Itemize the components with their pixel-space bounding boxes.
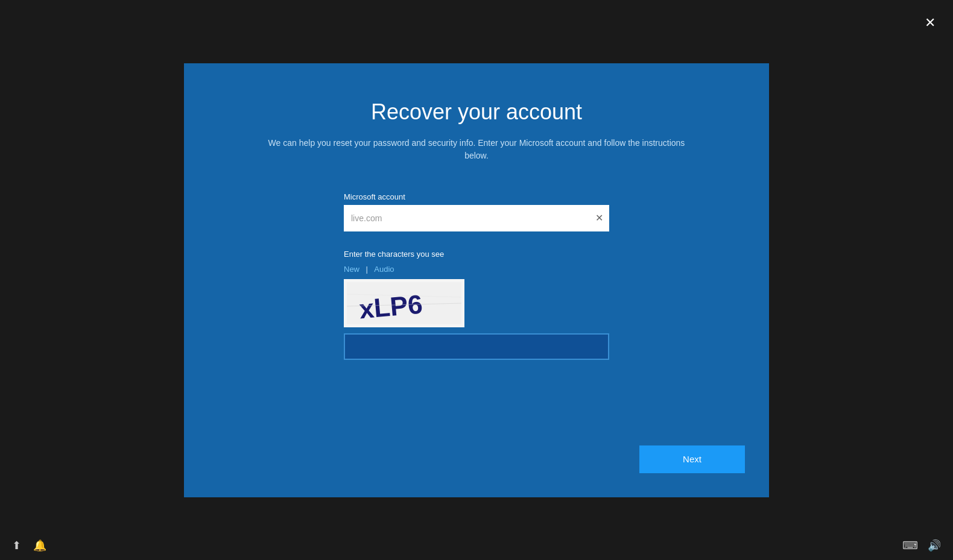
taskbar-icon-keyboard[interactable]: ⌨	[902, 539, 918, 552]
taskbar-icon-upload[interactable]: ⬆	[12, 539, 21, 552]
account-clear-button[interactable]: ✕	[595, 213, 603, 223]
dialog: Recover your account We can help you res…	[184, 63, 769, 497]
close-icon: ✕	[925, 15, 936, 31]
taskbar: ⬆ 🔔 ⌨ 🔊	[0, 531, 953, 560]
captcha-label: Enter the characters you see	[344, 250, 609, 259]
close-button[interactable]: ✕	[919, 12, 941, 34]
svg-text:xLP6: xLP6	[358, 289, 423, 324]
dialog-subtitle: We can help you reset your password and …	[265, 137, 688, 162]
captcha-section: Enter the characters you see New | Audio…	[344, 250, 609, 360]
taskbar-icon-volume[interactable]: 🔊	[928, 539, 941, 552]
account-field-section: Microsoft account ✕	[344, 192, 609, 250]
account-input[interactable]	[344, 205, 609, 231]
captcha-separator: |	[366, 265, 367, 274]
captcha-audio-link[interactable]: Audio	[374, 265, 394, 274]
account-field-label: Microsoft account	[344, 192, 609, 201]
captcha-image: xLP6	[344, 279, 464, 327]
dialog-title: Recover your account	[371, 99, 582, 125]
taskbar-left: ⬆ 🔔	[12, 539, 46, 552]
captcha-new-link[interactable]: New	[344, 265, 359, 274]
next-button[interactable]: Next	[639, 445, 745, 473]
clear-icon: ✕	[595, 213, 603, 223]
taskbar-icon-notification[interactable]: 🔔	[33, 539, 46, 552]
captcha-input[interactable]	[344, 333, 609, 360]
taskbar-right: ⌨ 🔊	[902, 539, 941, 552]
captcha-links: New | Audio	[344, 263, 609, 274]
account-input-wrapper: ✕	[344, 205, 609, 231]
